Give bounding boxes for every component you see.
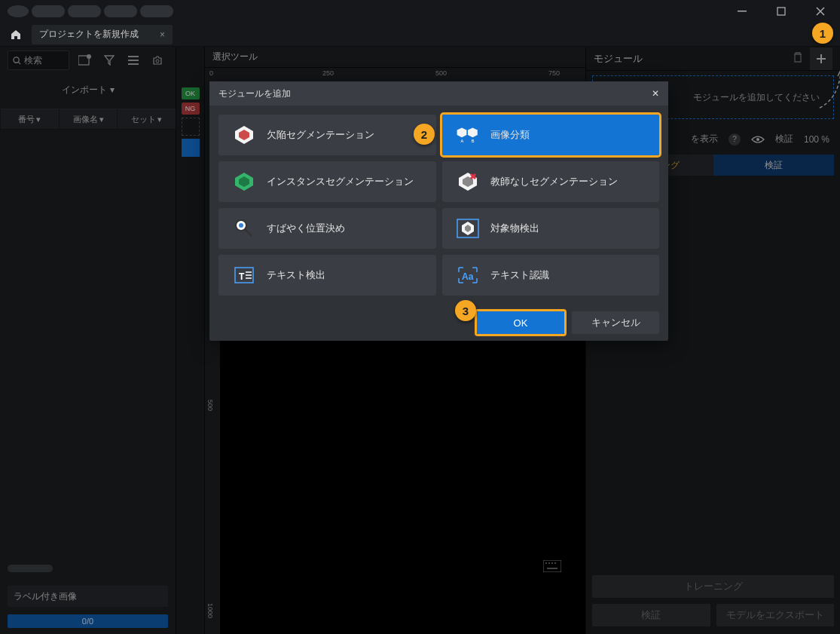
module-card-object-detection[interactable]: 対象物検出	[442, 208, 660, 249]
module-card-unsupervised-seg[interactable]: 教師なしセグメンテーション	[442, 161, 660, 202]
window-controls	[725, 0, 837, 23]
classification-icon: AB	[456, 124, 480, 145]
hex-green-icon	[232, 171, 256, 192]
svg-rect-1	[777, 8, 785, 15]
home-button[interactable]	[5, 24, 27, 45]
card-label: テキスト検出	[267, 268, 325, 282]
svg-rect-0	[738, 11, 747, 12]
card-label: 画像分類	[490, 128, 530, 142]
svg-text:T: T	[239, 271, 245, 282]
annotation-1: 1	[812, 23, 833, 44]
maximize-button[interactable]	[765, 0, 798, 23]
ok-button[interactable]: OK	[477, 311, 564, 334]
card-label: 欠陥セグメンテーション	[267, 128, 374, 142]
dialog-title: モジュールを追加	[218, 87, 291, 100]
svg-marker-18	[457, 127, 466, 137]
dialog-footer: OK キャンセル	[209, 305, 668, 341]
module-card-text-recognition[interactable]: Aa テキスト認識	[442, 255, 660, 296]
project-tab[interactable]: プロジェクトを新規作成 ×	[32, 25, 173, 44]
dialog-header: モジュールを追加 ✕	[209, 81, 668, 106]
minimize-button[interactable]	[725, 0, 759, 23]
annotation-2: 2	[414, 124, 435, 145]
tab-title: プロジェクトを新規作成	[39, 28, 139, 41]
magnifier-icon	[232, 218, 256, 239]
svg-text:Aa: Aa	[462, 271, 474, 282]
svg-text:B: B	[471, 139, 474, 143]
card-label: 対象物検出	[490, 222, 539, 235]
menu-item[interactable]	[104, 5, 137, 17]
menu-item[interactable]	[8, 5, 29, 17]
dialog-body: 欠陥セグメンテーション AB 画像分類 インスタンスセグメンテーション 教師なし…	[209, 106, 668, 305]
card-label: 教師なしセグメンテーション	[490, 175, 618, 188]
app-menu	[3, 5, 173, 17]
module-card-instance-seg[interactable]: インスタンスセグメンテーション	[218, 161, 436, 202]
cancel-button[interactable]: キャンセル	[572, 311, 659, 334]
menu-item[interactable]	[32, 5, 65, 17]
menu-item[interactable]	[140, 5, 173, 17]
detect-icon	[456, 218, 480, 239]
tab-close-icon[interactable]: ×	[160, 29, 165, 40]
add-module-dialog: モジュールを追加 ✕ 欠陥セグメンテーション AB 画像分類 インスタンスセグメ…	[209, 81, 668, 341]
title-bar	[0, 0, 840, 23]
text-recognition-icon: Aa	[456, 265, 480, 286]
annotation-3: 3	[455, 300, 476, 321]
tab-bar: プロジェクトを新規作成 ×	[0, 23, 840, 47]
dialog-close-icon[interactable]: ✕	[652, 88, 659, 99]
home-icon	[10, 29, 22, 41]
svg-point-27	[239, 223, 243, 228]
svg-marker-19	[468, 127, 478, 137]
hex-icon	[232, 124, 256, 145]
module-card-text-detection[interactable]: T テキスト検出	[218, 255, 436, 296]
module-card-image-classification[interactable]: AB 画像分類	[442, 115, 660, 155]
card-label: テキスト認識	[490, 268, 549, 282]
svg-text:A: A	[460, 139, 463, 143]
card-label: すばやく位置決め	[267, 222, 345, 235]
menu-item[interactable]	[68, 5, 101, 17]
module-card-defect-seg[interactable]: 欠陥セグメンテーション	[218, 115, 436, 155]
close-button[interactable]	[804, 0, 837, 23]
text-detect-icon: T	[232, 265, 256, 286]
module-card-quick-locate[interactable]: すばやく位置決め	[218, 208, 436, 249]
hex-red-icon	[456, 171, 480, 192]
card-label: インスタンスセグメンテーション	[267, 175, 414, 188]
